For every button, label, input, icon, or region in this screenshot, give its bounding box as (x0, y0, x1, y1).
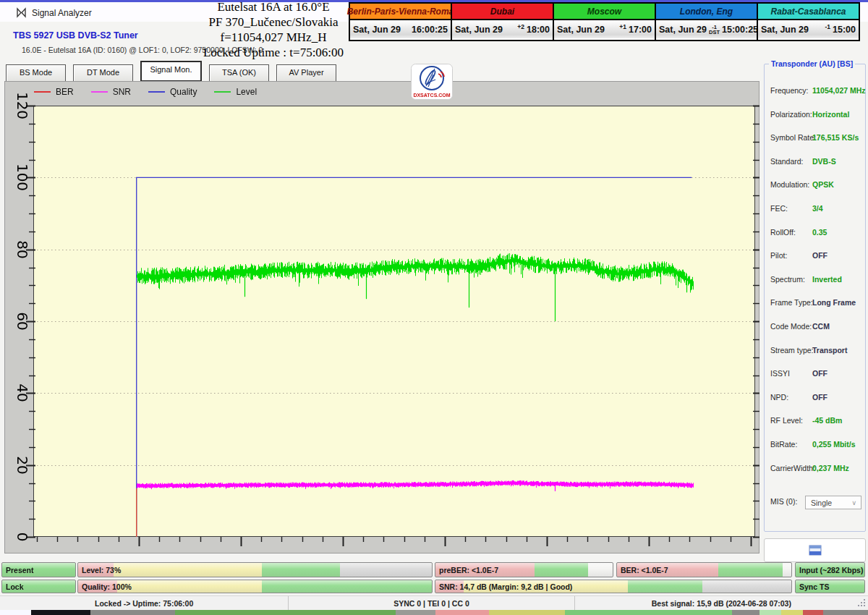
mis-selected-value: Single (811, 499, 832, 507)
transponder-row: FEC:3/4 (765, 198, 865, 222)
indicator-bar-label: Present (6, 566, 34, 574)
transponder-label: Modulation: (770, 180, 809, 189)
indicator-bar-label: Level: 73% (82, 566, 121, 574)
occluded-window-strip (0, 610, 868, 615)
clock-london-eng: London, EngSat, Jun 29-1DST15:00:25 (655, 4, 757, 40)
transponder-value: OFF (812, 251, 827, 260)
clock-city-label: London, Eng (656, 4, 757, 20)
transponder-rows: Frequency:11054,027 MHzPolarization:Hori… (765, 80, 865, 512)
clock-offset: -1 (825, 23, 830, 30)
mis-row: MIS (0):Single∨ (765, 494, 865, 512)
indicator-bar-input: Input (~282 Kbps) (795, 562, 865, 577)
transponder-value: OFF (812, 393, 827, 402)
clock-date: Sat, Jun 29 (557, 25, 605, 35)
status-section-0: Locked -> Uptime: 75:06:00 (0, 596, 289, 610)
playlist-icon (809, 545, 822, 556)
legend-item-quality: Quality (148, 87, 197, 97)
transponder-row: Frequency:11054,027 MHz (765, 80, 865, 104)
transponder-label: NPD: (770, 393, 788, 402)
clock-berlin-paris-vienna-roma: Berlin-Paris-Vienna-RomaSat, Jun 2916:00… (350, 4, 451, 40)
transponder-value: Inverted (812, 275, 842, 284)
transponder-value: 0.35 (812, 228, 827, 237)
transponder-value: Horizontal (812, 110, 849, 119)
clock-offset: +1 (619, 23, 626, 30)
legend-label: BER (56, 87, 74, 97)
indicator-bar-label: Lock (6, 582, 24, 591)
occluded-segment (823, 610, 868, 615)
transponder-label: Standard: (770, 157, 804, 166)
transponder-value: QPSK (812, 180, 834, 189)
indicator-bar-label: preBER: <1.0E-7 (439, 566, 498, 574)
transponder-label: FEC: (770, 204, 788, 213)
indicator-bar-snr: SNR: 14,7 dB (Margin: 9,2 dB | Good) (435, 580, 792, 593)
transponder-label: Spectrum: (770, 275, 805, 284)
occluded-segment (31, 610, 90, 615)
transponder-label: Frame Type: (770, 298, 813, 307)
clock-rabat-casablanca: Rabat-CasablancaSat, Jun 29-115:00 (757, 4, 859, 40)
clock-time-row: Sat, Jun 2916:00:25 (350, 20, 451, 38)
legend-label: SNR (113, 87, 131, 97)
transponder-row: Symbol Rate:176,515 KS/s (765, 127, 865, 151)
transponder-row: RollOff:0.35 (765, 222, 865, 246)
legend-line (34, 91, 51, 93)
transponder-row: ISSYIOFF (765, 363, 865, 387)
clock-time: 15:00:25 (722, 25, 758, 35)
occluded-segment (803, 610, 823, 615)
transponder-label: Code Mode: (770, 322, 812, 331)
clock-time: 18:00 (527, 25, 550, 35)
clock-city-label: Berlin-Paris-Vienna-Roma (350, 4, 451, 20)
indicator-bar-syncts: Sync TS (795, 580, 865, 593)
world-clocks: Berlin-Paris-Vienna-RomaSat, Jun 2916:00… (349, 2, 860, 41)
stream-list-button[interactable] (764, 538, 866, 562)
transponder-row: Code Mode:CCM (765, 316, 865, 340)
indicator-bar-label: SNR: 14,7 dB (Margin: 9,2 dB | Good) (439, 582, 572, 591)
mis-dropdown[interactable]: Single∨ (805, 496, 861, 509)
indicator-bar-present: Present (1, 562, 76, 577)
transponder-value: Transport (812, 346, 847, 355)
tab-signal-mon[interactable]: Signal Mon. (140, 61, 202, 82)
transponder-row: Polarization:Horizontal (765, 104, 865, 128)
tab-dt-mode[interactable]: DT Mode (73, 64, 133, 82)
transponder-row: Standard:DVB-S (765, 151, 865, 175)
transponder-row: Spectrum:Inverted (765, 269, 865, 293)
clock-time: 16:00:25 (412, 25, 448, 35)
mis-label: MIS (0): (770, 497, 797, 506)
clock-date: Sat, Jun 29 (659, 25, 707, 35)
clock-city-label: Rabat-Casablanca (758, 4, 859, 20)
transponder-value: CCM (812, 322, 830, 331)
transponder-value: OFF (812, 369, 827, 378)
tab-tsa-ok[interactable]: TSA (OK) (209, 64, 269, 82)
occluded-segment (435, 610, 489, 615)
transponder-label: Polarization: (770, 110, 812, 119)
legend-line (91, 91, 108, 93)
legend-item-snr: SNR (91, 87, 131, 97)
transponder-value: -45 dBm (812, 416, 842, 425)
status-section-2: Best signal: 15,9 dB (2024-06-28 07:03) (575, 596, 868, 610)
clock-city-label: Moscow (554, 4, 655, 20)
clock-time: 15:00 (833, 25, 856, 35)
clock-time: 17:00 (629, 25, 652, 35)
transponder-row: Stream type:Transport (765, 340, 865, 364)
indicator-bar-level: Level: 73% (77, 562, 433, 577)
transponder-value: 3/4 (812, 204, 823, 213)
resize-grip[interactable] (857, 598, 867, 611)
tab-av-player[interactable]: AV Player (276, 64, 336, 82)
transponder-value: DVB-S (812, 157, 836, 166)
transponder-value: 11054,027 MHz (812, 86, 866, 95)
clock-dubai: DubaiSat, Jun 29+218:00 (451, 4, 553, 40)
satellite-info-line: Locked Uptime : t=75:06:00 (136, 45, 411, 60)
device-title: TBS 5927 USB DVB-S2 Tuner (13, 30, 138, 41)
indicator-bar-label: Input (~282 Kbps) (799, 566, 863, 574)
transponder-row: Pilot:OFF (765, 245, 865, 269)
app-icon (16, 7, 27, 21)
signal-analyzer-window: Signal Analyzer TBS 5927 USB DVB-S2 Tune… (0, 0, 868, 615)
occluded-segment (489, 610, 565, 615)
legend-item-level: Level (214, 87, 257, 97)
transponder-label: Stream type: (770, 346, 814, 355)
occluded-segment (565, 610, 732, 615)
occluded-segment (396, 610, 435, 615)
occluded-segment (90, 610, 175, 615)
tab-bs-mode[interactable]: BS Mode (6, 64, 66, 82)
clock-moscow: MoscowSat, Jun 29+117:00 (553, 4, 655, 40)
transponder-label: Pilot: (770, 251, 787, 260)
